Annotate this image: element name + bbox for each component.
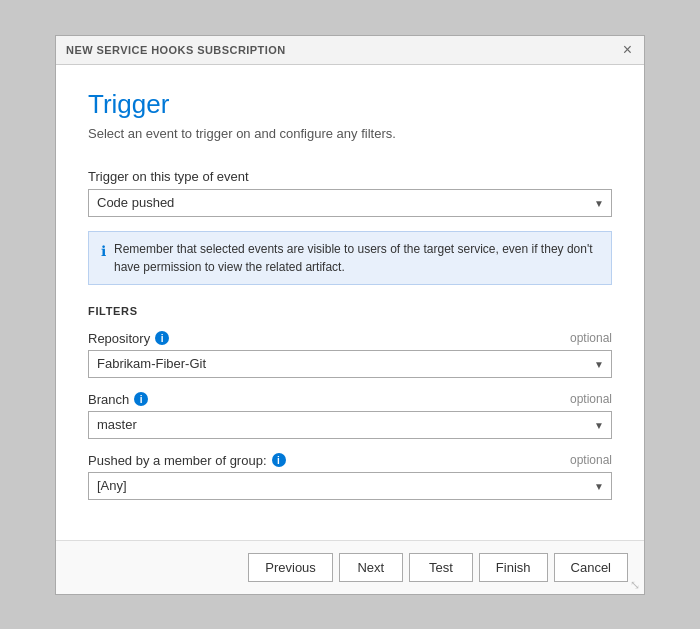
- repository-info-icon[interactable]: i: [155, 331, 169, 345]
- cancel-button[interactable]: Cancel: [554, 553, 628, 582]
- close-button[interactable]: ×: [621, 42, 634, 58]
- pushed-by-filter-row: Pushed by a member of group: i optional …: [88, 453, 612, 500]
- next-button[interactable]: Next: [339, 553, 403, 582]
- trigger-type-select-wrapper: Code pushed Code checked in Build comple…: [88, 189, 612, 217]
- repository-filter-row: Repository i optional Fabrikam-Fiber-Git…: [88, 331, 612, 378]
- repository-label-row: Repository i optional: [88, 331, 612, 346]
- trigger-type-label: Trigger on this type of event: [88, 169, 612, 184]
- repository-select[interactable]: Fabrikam-Fiber-Git [Any]: [88, 350, 612, 378]
- branch-info-icon[interactable]: i: [134, 392, 148, 406]
- pushed-by-optional-label: optional: [570, 453, 612, 467]
- test-button[interactable]: Test: [409, 553, 473, 582]
- branch-label-left: Branch i: [88, 392, 148, 407]
- resize-handle[interactable]: ⤡: [630, 578, 640, 592]
- info-box: ℹ Remember that selected events are visi…: [88, 231, 612, 285]
- finish-button[interactable]: Finish: [479, 553, 548, 582]
- repository-select-wrapper: Fabrikam-Fiber-Git [Any] ▼: [88, 350, 612, 378]
- dialog-titlebar: NEW SERVICE HOOKS SUBSCRIPTION ×: [56, 36, 644, 65]
- branch-optional-label: optional: [570, 392, 612, 406]
- pushed-by-info-icon[interactable]: i: [272, 453, 286, 467]
- repository-label-left: Repository i: [88, 331, 169, 346]
- pushed-by-label: Pushed by a member of group:: [88, 453, 267, 468]
- page-subtitle: Select an event to trigger on and config…: [88, 126, 612, 141]
- dialog-body: Trigger Select an event to trigger on an…: [56, 65, 644, 540]
- dialog-title: NEW SERVICE HOOKS SUBSCRIPTION: [66, 44, 286, 56]
- branch-filter-row: Branch i optional master [Any] ▼: [88, 392, 612, 439]
- info-message: Remember that selected events are visibl…: [114, 240, 599, 276]
- dialog-footer: Previous Next Test Finish Cancel: [56, 540, 644, 594]
- previous-button[interactable]: Previous: [248, 553, 333, 582]
- filters-section-header: FILTERS: [88, 305, 612, 317]
- branch-select[interactable]: master [Any]: [88, 411, 612, 439]
- branch-select-wrapper: master [Any] ▼: [88, 411, 612, 439]
- trigger-type-select[interactable]: Code pushed Code checked in Build comple…: [88, 189, 612, 217]
- branch-label: Branch: [88, 392, 129, 407]
- pushed-by-label-left: Pushed by a member of group: i: [88, 453, 286, 468]
- page-heading: Trigger: [88, 89, 612, 120]
- branch-label-row: Branch i optional: [88, 392, 612, 407]
- pushed-by-select-wrapper: [Any] Contributors Readers ▼: [88, 472, 612, 500]
- pushed-by-label-row: Pushed by a member of group: i optional: [88, 453, 612, 468]
- repository-label: Repository: [88, 331, 150, 346]
- repository-optional-label: optional: [570, 331, 612, 345]
- pushed-by-select[interactable]: [Any] Contributors Readers: [88, 472, 612, 500]
- trigger-type-field: Trigger on this type of event Code pushe…: [88, 169, 612, 217]
- dialog: NEW SERVICE HOOKS SUBSCRIPTION × Trigger…: [55, 35, 645, 595]
- info-icon: ℹ: [101, 241, 106, 262]
